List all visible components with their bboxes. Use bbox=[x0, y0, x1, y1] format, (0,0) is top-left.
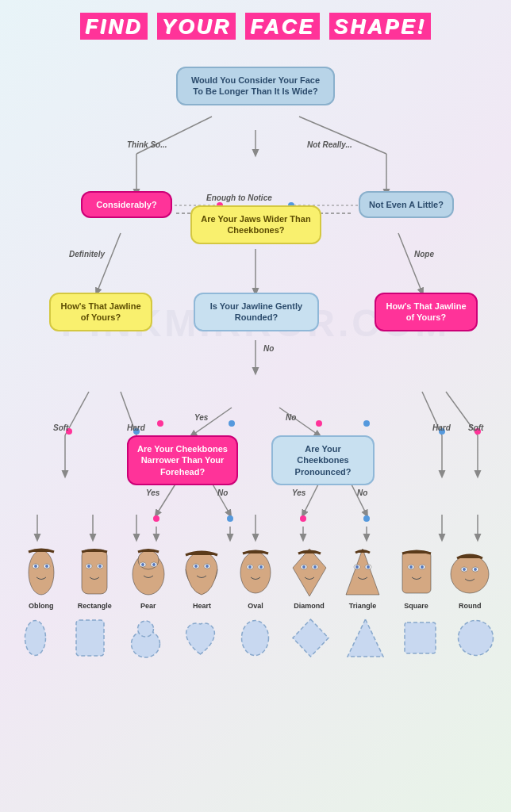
hows-jawline-right-box: How's That Jawline of Yours? bbox=[375, 293, 478, 331]
svg-point-48 bbox=[363, 515, 370, 522]
svg-marker-102 bbox=[293, 619, 328, 657]
shape-square bbox=[398, 616, 442, 660]
face-portrait-round bbox=[447, 546, 493, 599]
svg-point-45 bbox=[153, 515, 159, 522]
title-word-1: FIND bbox=[80, 13, 148, 40]
label-nope: Nope bbox=[414, 250, 434, 259]
face-label-diamond: Diamond bbox=[294, 602, 325, 610]
label-yes3: Yes bbox=[146, 488, 159, 497]
page-title: FIND YOUR FACE SHAPE! bbox=[0, 0, 511, 47]
label-soft2: Soft bbox=[468, 423, 483, 432]
is-jawline-text: Is Your Jawline Gently Rounded? bbox=[210, 301, 302, 322]
svg-point-78 bbox=[259, 565, 263, 569]
not-even-text: Not Even A Little? bbox=[369, 200, 444, 209]
face-portrait-rectangle bbox=[71, 546, 117, 599]
jaws-wider-box: Are Your Jaws Wider Than Cheekbones? bbox=[190, 205, 321, 244]
face-item-heart: Heart bbox=[177, 546, 226, 610]
face-portrait-square bbox=[394, 546, 440, 599]
svg-line-20 bbox=[351, 483, 367, 515]
shape-heart bbox=[179, 616, 222, 660]
shape-rectangle bbox=[68, 616, 112, 660]
label-enough-to-notice: Enough to Notice bbox=[206, 193, 272, 202]
root-question-text: Would You Consider Your Face To Be Longe… bbox=[191, 75, 320, 96]
face-item-round: Round bbox=[445, 546, 494, 610]
page-container: PINKMIRROR.COM FIND YOUR FACE SHAPE! bbox=[0, 0, 511, 684]
svg-point-96 bbox=[474, 568, 477, 571]
svg-point-56 bbox=[34, 565, 37, 568]
label-think-so: Think So... bbox=[127, 140, 167, 149]
considerably-box: Considerably? bbox=[81, 191, 172, 218]
cheekbones-narrow-text: Are Your Cheekbones Narrower Than Your F… bbox=[137, 444, 228, 477]
shape-oval bbox=[233, 616, 277, 660]
flowchart: Would You Consider Your Face To Be Longe… bbox=[10, 47, 501, 618]
svg-point-42 bbox=[229, 420, 235, 427]
faces-row: Oblong Rectangle bbox=[6, 546, 505, 610]
svg-point-72 bbox=[194, 565, 198, 568]
svg-point-67 bbox=[141, 563, 144, 566]
face-label-round: Round bbox=[459, 602, 482, 610]
face-item-pear: Pear bbox=[124, 546, 173, 610]
svg-point-82 bbox=[313, 565, 317, 569]
svg-point-73 bbox=[206, 565, 209, 568]
shape-triangle bbox=[344, 616, 387, 660]
title-word-4: SHAPE! bbox=[329, 13, 431, 40]
label-yes4: Yes bbox=[292, 488, 305, 497]
face-label-oval: Oval bbox=[248, 602, 263, 610]
svg-line-19 bbox=[303, 483, 319, 515]
label-no1: No bbox=[263, 344, 274, 353]
svg-point-68 bbox=[152, 563, 156, 566]
svg-rect-87 bbox=[402, 552, 431, 593]
face-label-pear: Pear bbox=[140, 602, 156, 610]
shape-diamond bbox=[289, 616, 332, 660]
label-no2: No bbox=[286, 413, 296, 422]
hows-jawline-left-box: How's That Jawline of Yours? bbox=[49, 293, 152, 331]
face-portrait-triangle bbox=[340, 546, 386, 599]
svg-marker-103 bbox=[348, 619, 383, 657]
face-item-triangle: Triangle bbox=[338, 546, 387, 610]
title-word-3: FACE bbox=[245, 13, 319, 40]
svg-point-46 bbox=[227, 515, 233, 522]
svg-point-61 bbox=[87, 565, 90, 568]
svg-point-97 bbox=[25, 621, 46, 656]
svg-point-74 bbox=[240, 552, 271, 593]
face-label-rectangle: Rectangle bbox=[78, 602, 112, 610]
not-even-box: Not Even A Little? bbox=[359, 191, 454, 218]
face-portrait-oval bbox=[232, 546, 279, 599]
svg-rect-58 bbox=[82, 550, 107, 594]
svg-point-100 bbox=[137, 621, 153, 637]
shape-pear bbox=[124, 616, 167, 660]
label-soft1: Soft bbox=[53, 423, 68, 432]
svg-point-85 bbox=[355, 565, 359, 569]
label-definitely: Definitely bbox=[69, 250, 105, 259]
svg-point-62 bbox=[98, 565, 102, 568]
svg-point-43 bbox=[316, 420, 322, 427]
label-hard2: Hard bbox=[432, 423, 451, 432]
svg-point-101 bbox=[242, 621, 269, 656]
shapes-row bbox=[0, 610, 511, 668]
cheekbones-narrow-box: Are Your Cheekbones Narrower Than Your F… bbox=[127, 435, 238, 485]
face-item-diamond: Diamond bbox=[285, 546, 334, 610]
svg-rect-98 bbox=[76, 620, 104, 656]
face-portrait-pear bbox=[125, 546, 171, 599]
svg-point-92 bbox=[451, 555, 489, 593]
svg-point-53 bbox=[29, 550, 54, 595]
faces-section: Oblong Rectangle bbox=[0, 546, 511, 610]
cheekbones-pronounced-box: Are Your Cheekbones Pronounced? bbox=[271, 435, 375, 485]
face-label-oblong: Oblong bbox=[29, 602, 54, 610]
svg-point-90 bbox=[409, 565, 413, 569]
label-not-really: Not Really... bbox=[307, 140, 352, 149]
face-label-square: Square bbox=[404, 602, 428, 610]
label-hard1: Hard bbox=[127, 423, 145, 432]
face-item-rectangle: Rectangle bbox=[70, 546, 119, 610]
cheekbones-pronounced-text: Are Your Cheekbones Pronounced? bbox=[295, 444, 352, 477]
svg-point-81 bbox=[302, 565, 305, 569]
svg-point-91 bbox=[421, 565, 424, 569]
svg-point-95 bbox=[463, 568, 466, 571]
svg-point-86 bbox=[367, 565, 370, 569]
face-portrait-oblong bbox=[18, 546, 64, 599]
svg-point-47 bbox=[300, 515, 306, 522]
face-item-oblong: Oblong bbox=[17, 546, 66, 610]
face-label-heart: Heart bbox=[193, 602, 211, 610]
svg-point-57 bbox=[45, 565, 48, 568]
hows-jawline-right-text: How's That Jawline of Yours? bbox=[386, 301, 466, 322]
